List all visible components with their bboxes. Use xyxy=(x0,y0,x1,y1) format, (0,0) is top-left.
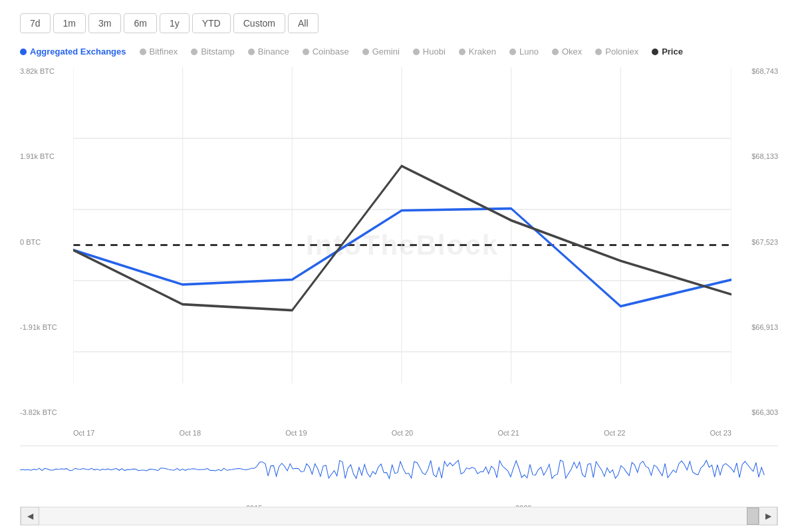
time-btn-7d[interactable]: 7d xyxy=(20,13,51,33)
x-axis-label: Oct 17 xyxy=(73,429,94,437)
time-btn-custom[interactable]: Custom xyxy=(233,13,285,33)
time-btn-3m[interactable]: 3m xyxy=(88,13,121,33)
y-axis-left-label: 0 BTC xyxy=(20,238,73,246)
legend-item-binance[interactable]: Binance xyxy=(248,47,289,57)
x-axis-label: Oct 18 xyxy=(180,429,201,437)
legend-label-aggregated: Aggregated Exchanges xyxy=(30,47,126,57)
legend-label-luno: Luno xyxy=(519,47,539,57)
legend-item-bitfinex[interactable]: Bitfinex xyxy=(140,47,178,57)
time-btn-1y[interactable]: 1y xyxy=(160,13,190,33)
legend-item-luno[interactable]: Luno xyxy=(509,47,539,57)
y-axis-left-label: 3.82k BTC xyxy=(20,67,73,75)
minimap: 2015 2020 xyxy=(20,446,778,505)
legend-label-poloniex: Poloniex xyxy=(605,47,638,57)
legend-dot-bitfinex xyxy=(140,49,146,55)
legend-item-kraken[interactable]: Kraken xyxy=(459,47,496,57)
legend-dot-binance xyxy=(248,49,255,55)
x-axis-label: Oct 22 xyxy=(604,429,625,437)
time-btn-ytd[interactable]: YTD xyxy=(192,13,231,33)
legend-label-bitstamp: Bitstamp xyxy=(201,47,235,57)
time-btn-1m[interactable]: 1m xyxy=(53,13,86,33)
y-axis-right-label: $68,743 xyxy=(751,67,778,75)
y-axis-left-label: -3.82k BTC xyxy=(20,408,73,416)
chart-area: 3.82k BTC1.91k BTC0 BTC-1.91k BTC-3.82k … xyxy=(20,67,778,525)
chart-svg-container: IntoTheBlock xyxy=(73,67,732,423)
legend-dot-price xyxy=(652,49,658,55)
legend-dot-poloniex xyxy=(595,49,602,55)
legend-label-binance: Binance xyxy=(258,47,289,57)
legend-dot-okex xyxy=(552,49,559,55)
legend: Aggregated ExchangesBitfinexBitstampBina… xyxy=(20,47,778,57)
y-axis-right-label: $67,523 xyxy=(751,238,778,246)
legend-label-coinbase: Coinbase xyxy=(313,47,349,57)
legend-item-aggregated[interactable]: Aggregated Exchanges xyxy=(20,47,126,57)
scrollbar[interactable]: ◀ ▶ xyxy=(20,507,778,525)
legend-item-coinbase[interactable]: Coinbase xyxy=(303,47,349,57)
legend-dot-coinbase xyxy=(303,49,309,55)
scroll-right-arrow[interactable]: ▶ xyxy=(759,507,777,525)
y-axis-right-label: $66,913 xyxy=(751,323,778,331)
legend-dot-gemini xyxy=(362,49,369,55)
time-btn-6m[interactable]: 6m xyxy=(124,13,156,33)
scroll-thumb[interactable] xyxy=(747,507,759,525)
legend-label-price: Price xyxy=(662,47,683,57)
time-range-bar: 7d1m3m6m1yYTDCustomAll xyxy=(20,13,778,33)
legend-label-kraken: Kraken xyxy=(469,47,496,57)
y-axis-right-label: $66,303 xyxy=(751,408,778,416)
legend-item-bitstamp[interactable]: Bitstamp xyxy=(191,47,235,57)
legend-dot-aggregated xyxy=(20,49,27,55)
x-axis: Oct 17Oct 18Oct 19Oct 20Oct 21Oct 22Oct … xyxy=(73,423,732,443)
legend-item-okex[interactable]: Okex xyxy=(552,47,582,57)
x-axis-label: Oct 23 xyxy=(710,429,732,437)
legend-dot-huobi xyxy=(413,49,420,55)
time-btn-all[interactable]: All xyxy=(288,13,319,33)
legend-label-huobi: Huobi xyxy=(423,47,446,57)
scroll-left-arrow[interactable]: ◀ xyxy=(21,507,39,525)
legend-item-gemini[interactable]: Gemini xyxy=(362,47,400,57)
x-axis-label: Oct 21 xyxy=(497,429,519,437)
legend-dot-kraken xyxy=(459,49,466,55)
legend-item-poloniex[interactable]: Poloniex xyxy=(595,47,638,57)
legend-label-bitfinex: Bitfinex xyxy=(150,47,178,57)
y-axis-right-label: $68,133 xyxy=(751,152,778,160)
legend-label-okex: Okex xyxy=(562,47,582,57)
main-container: 7d1m3m6m1yYTDCustomAll Aggregated Exchan… xyxy=(0,0,798,532)
scroll-track[interactable] xyxy=(39,507,759,525)
legend-label-gemini: Gemini xyxy=(372,47,400,57)
y-axis-left-label: -1.91k BTC xyxy=(20,323,73,331)
x-axis-label: Oct 19 xyxy=(285,429,307,437)
y-axis-left-label: 1.91k BTC xyxy=(20,152,73,160)
legend-item-huobi[interactable]: Huobi xyxy=(413,47,446,57)
y-axis-left: 3.82k BTC1.91k BTC0 BTC-1.91k BTC-3.82k … xyxy=(20,67,73,416)
legend-dot-bitstamp xyxy=(191,49,198,55)
legend-dot-luno xyxy=(509,49,516,55)
main-chart: 3.82k BTC1.91k BTC0 BTC-1.91k BTC-3.82k … xyxy=(20,67,778,443)
legend-item-price[interactable]: Price xyxy=(652,47,683,57)
y-axis-right: $68,743$68,133$67,523$66,913$66,303 xyxy=(732,67,778,416)
x-axis-label: Oct 20 xyxy=(392,429,413,437)
